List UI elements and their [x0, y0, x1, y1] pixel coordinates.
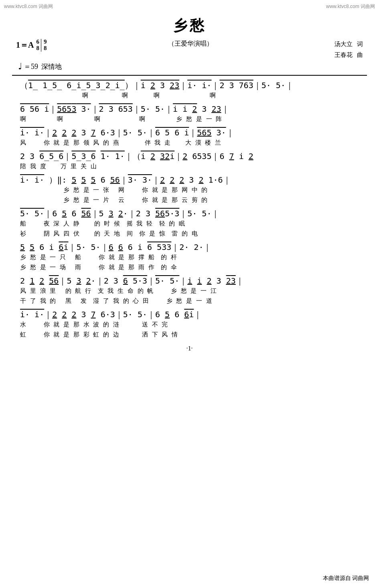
page-title: 乡愁: [12, 16, 367, 36]
page-number: ·1·: [12, 345, 367, 352]
lyric-9a: 水 你 就 是 那 水 波 的 涟 送 不 完: [20, 321, 359, 328]
time-sig-top2: 9: [44, 39, 47, 45]
composer-info: 汤大立 词 王春花 曲: [334, 39, 363, 60]
key-label: 1＝A: [16, 40, 34, 50]
tempo-note-symbol: ♩: [18, 61, 22, 72]
score-line-8: 2 1 2 56｜5 3 2·｜2 3 6 5·3｜5· 5·｜i i 2 3 …: [20, 275, 359, 305]
lyric-7a: 乡 愁 是 一 只 船 你 就 是 那 撑 船 的 杆: [20, 254, 359, 261]
lyric-3: 风 你 就 是 那 领 风 的 燕 伴 我 走 大 漠 楼 兰: [20, 139, 359, 147]
notation-5: i· i· ）‖: 5 5 5 6 56｜3· 3·｜2 2 2 3 2 1·6…: [20, 174, 359, 185]
footer-text: 本曲谱源自 词曲网: [323, 575, 369, 582]
lyric-4: 陪 我 度 万 里 关 山: [20, 163, 359, 170]
score-line-2: 6 56 i｜5653 3·｜2 3 653｜5· 5·｜i i 2 3 23｜…: [20, 103, 359, 123]
notation-6: 5· 5·｜6 5 6 56｜5 3 2·｜2 3 565·3｜5· 5·｜: [20, 208, 359, 219]
lyric-6b: 衫 阴 风 四 伏 的 天 地 间 你 是 惊 雷 的 电: [20, 230, 359, 238]
lyric-6a: 船 夜 深 人 静 的 时 候 摇 我 轻 轻 的 眠: [20, 220, 359, 228]
lyric-5b: 乡 愁 是 一 片 云 你 就 是 那 云 剪 的: [20, 196, 359, 204]
divider-top: [12, 75, 367, 76]
watermark-left: www.ktvc8.com 词曲网: [4, 3, 53, 10]
notation-4: 2 3 6̲5̲6｜5̲3̲6 1· 1·｜（i 2 32i｜2 6535｜6 …: [20, 151, 359, 162]
score-line-6: 5· 5·｜6 5 6 56｜5 3 2·｜2 3 565·3｜5· 5·｜ 船…: [20, 208, 359, 238]
lyric-1: 啊 啊 啊 啊: [20, 92, 359, 99]
notation-8: 2 1 2 56｜5 3 2·｜2 3 6 5·3｜5· 5·｜i i 2 3 …: [20, 275, 359, 286]
score-content: （1̲ 1̲5̲ 6̲i̲5̲3̲2̲i̲）｜i 2 3 23｜i· i·｜2 …: [12, 80, 367, 338]
lyric-8b: 干 了 我 的 黑 发 湿 了 我 的 心 田 乡 愁 是 一 道: [20, 297, 359, 305]
lyricist-name: 汤大立: [334, 41, 353, 47]
notation-1: （1̲ 1̲5̲ 6̲i̲5̲3̲2̲i̲）｜i 2 3 23｜i· i·｜2 …: [20, 80, 359, 91]
score-line-3: i· i·｜2 2 2 3 7 6·3｜5· 5·｜6 5 6 i｜565 3·…: [20, 127, 359, 147]
key-signature: 1＝A 6 8 9 8: [16, 39, 47, 52]
notation-3: i· i·｜2 2 2 3 7 6·3｜5· 5·｜6 5 6 i｜565 3·…: [20, 127, 359, 138]
lyric-8a: 风 里 浪 里 的 航 行 支 我 生 命 的 帆 乡 愁 是 一 江: [20, 287, 359, 295]
composer-label: 曲: [357, 52, 363, 58]
notation-9: i· i·｜2 2 2 3 7 6·3｜5· 5·｜6 5 6 6i｜: [20, 309, 359, 320]
performer: （王爱华演唱）: [47, 40, 334, 48]
lyric-9b: 虹 你 就 是 那 彩 虹 的 边 洒 下 风 情: [20, 331, 359, 338]
lyric-2: 啊 啊 啊 啊 乡 愁 是 一 阵: [20, 115, 359, 123]
lyricist-label: 词: [357, 41, 363, 47]
lyric-7b: 乡 愁 是 一 场 雨 你 就 是 那 雨 作 的 伞: [20, 264, 359, 271]
score-line-1: （1̲ 1̲5̲ 6̲i̲5̲3̲2̲i̲）｜i 2 3 23｜i· i·｜2 …: [20, 80, 359, 99]
composer-name: 王春花: [334, 52, 353, 58]
tempo-value: ＝59: [24, 62, 38, 71]
notation-2: 6 56 i｜5653 3·｜2 3 653｜5· 5·｜i i 2 3 23｜: [20, 103, 359, 115]
watermark-right: www.ktvc8.com 词曲网: [326, 3, 375, 10]
score-line-9: i· i·｜2 2 2 3 7 6·3｜5· 5·｜6 5 6 6i｜ 水 你 …: [20, 309, 359, 338]
tempo-row: ♩ ＝59 深情地: [18, 61, 367, 72]
score-line-5: i· i· ）‖: 5 5 5 6 56｜3· 3·｜2 2 2 3 2 1·6…: [20, 174, 359, 204]
time-sig-bottom1: 8: [36, 45, 39, 52]
notation-7: 5 5 6 i 6i｜5· 5·｜6 6 6 i 6 533｜2· 2·｜: [20, 242, 359, 253]
score-line-4: 2 3 6̲5̲6｜5̲3̲6 1· 1·｜（i 2 32i｜2 6535｜6 …: [20, 151, 359, 170]
time-sig-bottom2: 8: [44, 45, 47, 52]
page: www.ktvc8.com 词曲网 www.ktvc8.com 词曲网 乡愁 1…: [0, 0, 379, 588]
lyric-5a: 乡 愁 是 一 张 网 你 就 是 那 网 中 的: [20, 186, 359, 194]
tempo-description: 深情地: [41, 62, 62, 71]
time-sig-top1: 6: [36, 39, 39, 45]
score-line-7: 5 5 6 i 6i｜5· 5·｜6 6 6 i 6 533｜2· 2·｜ 乡 …: [20, 242, 359, 271]
subtitle-row: 1＝A 6 8 9 8 （王爱华演唱） 汤大立 词 王春花: [12, 39, 367, 60]
